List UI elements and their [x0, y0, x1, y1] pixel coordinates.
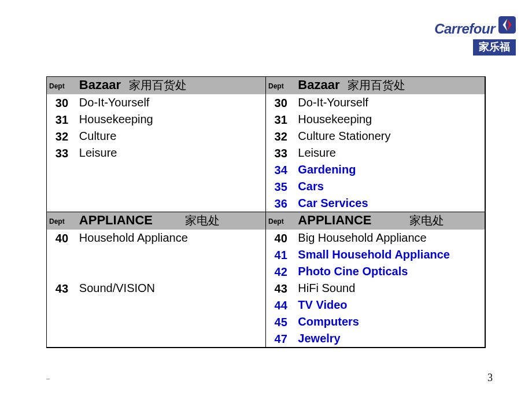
appliance-title-right: APPLIANCE: [295, 213, 371, 227]
table-row: 34Gardening: [47, 161, 485, 178]
table-row: 31Housekeeping31Housekeeping: [47, 111, 485, 128]
carrefour-icon: [498, 16, 516, 34]
table-row: 30Do-It-Yourself30Do-It-Yourself: [47, 94, 485, 111]
page-number: 3: [487, 372, 493, 384]
bazaar-cn-right: 家用百货处: [343, 79, 405, 91]
brand-name: Carrefour: [434, 21, 495, 37]
table-row: 36Car Services: [47, 195, 485, 212]
ruler-tick: [46, 379, 50, 379]
appliance-cn-left: 家电处: [156, 214, 220, 227]
brand-sub-cn: 家乐福: [473, 39, 516, 56]
appliance-title-left: APPLIANCE: [77, 213, 153, 227]
bazaar-title-right: Bazaar: [295, 77, 339, 92]
department-table: Dept Bazaar 家用百货处 Dept Bazaar 家用百货处 30Do…: [46, 76, 486, 348]
table-row: 43Sound/VISION43HiFi Sound: [47, 280, 485, 297]
bazaar-header-row: Dept Bazaar 家用百货处 Dept Bazaar 家用百货处: [47, 77, 485, 94]
table-row: 33Leisure33Leisure: [47, 145, 485, 161]
appliance-cn-right: 家电处: [375, 214, 444, 227]
table-row: 41Small Household Appliance: [47, 246, 485, 263]
dept-label: Dept: [47, 212, 77, 230]
table-row: 44TV Video: [47, 297, 485, 313]
table-row: 47Jewelry: [47, 330, 485, 347]
table-row: 45Computers: [47, 313, 485, 330]
dept-label: Dept: [266, 212, 295, 230]
brand-logo: Carrefour 家乐福: [406, 16, 516, 56]
table-row: 32Culture32Culture Stationery: [47, 128, 485, 145]
bazaar-cn-left: 家用百货处: [124, 79, 187, 91]
table-row: 42Photo Cine Opticals: [47, 263, 485, 280]
bazaar-title-left: Bazaar: [77, 77, 121, 92]
table-row: 35Cars: [47, 178, 485, 195]
appliance-header-row: Dept APPLIANCE 家电处 Dept APPLIANCE 家电处: [47, 212, 485, 230]
dept-label: Dept: [47, 77, 77, 94]
table-row: 40Household Appliance40Big Household App…: [47, 230, 485, 246]
dept-label: Dept: [266, 77, 295, 94]
